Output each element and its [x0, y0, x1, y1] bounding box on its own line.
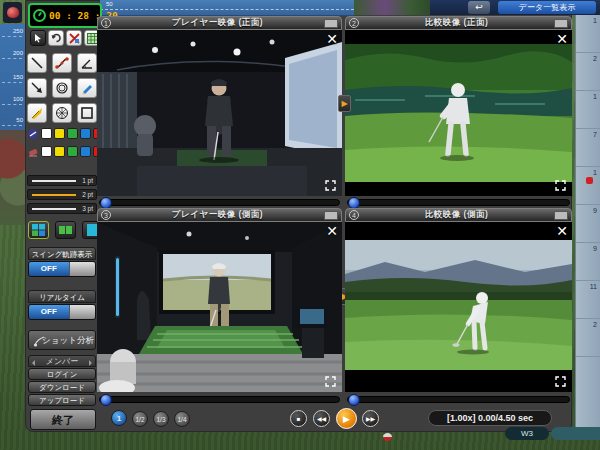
login-button[interactable]: ログイン: [28, 368, 96, 380]
highlighter-tool-button[interactable]: [27, 103, 47, 123]
curve-tool-button[interactable]: [52, 53, 72, 73]
line-tool-button[interactable]: [27, 53, 47, 73]
fullscreen-icon[interactable]: [555, 376, 566, 387]
background-chart-strip: 50: [100, 0, 354, 16]
dual-view-icon: [59, 226, 72, 234]
angle-tool-button[interactable]: [77, 53, 97, 73]
panel1-number: 1: [101, 18, 111, 28]
speed-1x-button[interactable]: 1: [111, 410, 127, 426]
layout-dual-button[interactable]: [55, 221, 76, 239]
data-cell: 7: [576, 129, 600, 167]
panel1-scrubber[interactable]: [99, 199, 340, 206]
wheel-icon: [55, 106, 69, 120]
close-icon[interactable]: ✕: [326, 224, 338, 238]
video-player-side[interactable]: ✕: [97, 222, 342, 392]
fullscreen-icon[interactable]: [555, 180, 566, 191]
circle-tool-button[interactable]: [52, 78, 72, 98]
delete-annotations-button[interactable]: [66, 30, 82, 46]
arrow-tool-button[interactable]: [27, 78, 47, 98]
upload-button[interactable]: アップロード: [28, 394, 96, 406]
download-button[interactable]: ダウンロード: [28, 381, 96, 393]
realtime-label: リアルタイム: [28, 290, 96, 303]
line-icon: [30, 56, 44, 70]
grid-overlay-icon[interactable]: [554, 211, 568, 220]
shot-analysis-button[interactable]: ショット分析: [28, 330, 96, 350]
panel4-scrubber[interactable]: [347, 396, 570, 403]
eraser-color-swatch[interactable]: [41, 146, 52, 157]
close-icon[interactable]: ✕: [326, 32, 338, 46]
panel2-number: 2: [349, 18, 359, 28]
arrow-icon: [30, 81, 44, 95]
highlighter-icon: [30, 106, 44, 120]
realtime-toggle[interactable]: OFF: [28, 304, 96, 320]
table-icon: [87, 33, 98, 44]
panel2-scrubber[interactable]: [347, 199, 570, 206]
line-width-3pt[interactable]: 3 pt: [27, 203, 97, 214]
panel3-scrubber[interactable]: [99, 396, 340, 403]
step-forward-button[interactable]: ▶▶: [362, 410, 379, 427]
toggle-knob[interactable]: [69, 305, 95, 319]
eraser-color-swatch[interactable]: [54, 146, 65, 157]
close-icon[interactable]: ✕: [556, 32, 568, 46]
speed-half-button[interactable]: 1/2: [132, 411, 148, 427]
data-cell: 9: [576, 205, 600, 243]
speed-quarter-button[interactable]: 1/4: [174, 411, 190, 427]
fullscreen-icon[interactable]: [325, 376, 336, 387]
rectangle-tool-button[interactable]: [77, 103, 97, 123]
quad-view-icon: [32, 224, 45, 236]
panel-advance-button-top[interactable]: ▶: [338, 95, 351, 112]
background-app-icon: [3, 2, 22, 23]
panel2-title: 比較映像 (正面): [359, 17, 554, 29]
swing-trajectory-toggle[interactable]: OFF: [28, 261, 96, 277]
grid-overlay-icon[interactable]: [554, 19, 568, 28]
video-comparison-side[interactable]: ✕: [345, 222, 572, 392]
pencil-tool-button[interactable]: [77, 78, 97, 98]
toggle-knob[interactable]: [69, 262, 95, 276]
pen-color-swatch[interactable]: [41, 128, 52, 139]
stop-button[interactable]: ■: [290, 410, 307, 427]
step-back-button[interactable]: ◀◀: [313, 410, 330, 427]
line-width-1pt[interactable]: 1 pt: [27, 175, 97, 186]
player-side-scene: [97, 222, 342, 392]
panel1-title: プレイヤー映像 (正面): [111, 17, 324, 29]
background-w3-badge: W3: [505, 427, 549, 440]
panel4-number: 4: [349, 210, 359, 220]
data-list-button[interactable]: データ一覧表示: [498, 1, 596, 14]
undo-tool-button[interactable]: [48, 30, 64, 46]
scrubber-thumb[interactable]: [348, 394, 360, 406]
session-timer: 00 : 28 : 20: [28, 3, 102, 28]
scrubber-thumb[interactable]: [100, 394, 112, 406]
pen-color-swatch[interactable]: [67, 128, 78, 139]
line-width-2pt[interactable]: 2 pt: [27, 189, 97, 200]
background-small-item: [383, 433, 392, 441]
grid-overlay-icon[interactable]: [324, 19, 338, 28]
angle-icon: [80, 56, 94, 70]
axis-label: 200: [13, 50, 23, 56]
data-cell: 1: [576, 91, 600, 129]
undo-icon[interactable]: ↩: [468, 1, 490, 14]
background-photo: [0, 130, 26, 225]
data-cell: 9: [576, 243, 600, 281]
grid-overlay-icon[interactable]: [324, 211, 338, 220]
layout-quad-button[interactable]: [28, 221, 49, 239]
eraser-color-swatch[interactable]: [67, 146, 78, 157]
exit-button[interactable]: 終了: [30, 409, 96, 430]
fullscreen-icon[interactable]: [325, 180, 336, 191]
circle-icon: [55, 81, 69, 95]
cursor-icon: [33, 33, 43, 43]
data-cell: 1: [576, 167, 600, 205]
panel3-header: 3 プレイヤー映像 (側面): [97, 208, 342, 222]
video-comparison-front[interactable]: ✕: [345, 30, 572, 196]
eraser-color-swatch[interactable]: [80, 146, 91, 157]
play-button[interactable]: ▶: [336, 408, 357, 429]
video-player-front[interactable]: ✕: [97, 30, 342, 196]
close-icon[interactable]: ✕: [556, 224, 568, 238]
wheel-tool-button[interactable]: [52, 103, 72, 123]
pen-color-swatch[interactable]: [54, 128, 65, 139]
select-tool-button[interactable]: [30, 30, 46, 46]
pen-color-swatch[interactable]: [80, 128, 91, 139]
time-speed-display: [1.00x] 0.00/4.50 sec: [428, 410, 552, 426]
speed-third-button[interactable]: 1/3: [153, 411, 169, 427]
curve-icon: [55, 56, 69, 70]
logo-icon: [7, 7, 19, 18]
